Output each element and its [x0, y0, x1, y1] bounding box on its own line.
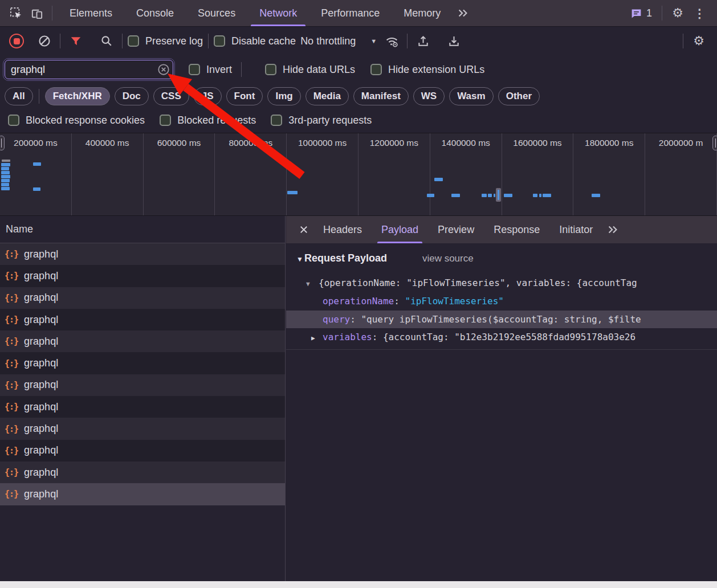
request-timing-bar	[494, 194, 495, 197]
json-braces-icon	[5, 489, 18, 499]
hide-data-urls-checkbox[interactable]	[265, 64, 276, 75]
payload-preview-line[interactable]: ▼{operationName: "ipFlowTimeseries", var…	[286, 274, 717, 292]
detail-tab[interactable]: Headers	[313, 216, 372, 243]
detail-tab[interactable]: Preview	[428, 216, 484, 243]
panel-tab[interactable]: Sources	[186, 0, 247, 26]
blocked-filter-checkbox[interactable]	[271, 115, 282, 126]
disable-cache-checkbox[interactable]	[214, 35, 225, 47]
request-row[interactable]: graphql	[0, 330, 285, 352]
timeline-right-handle[interactable]	[712, 136, 717, 150]
preserve-log-checkbox[interactable]	[128, 35, 139, 47]
timeline-tick-label: 800000 ms	[229, 138, 272, 148]
panel-tab[interactable]: Performance	[309, 0, 392, 26]
throttling-dropdown[interactable]: No throttling ▼	[296, 35, 381, 47]
network-settings-gear-icon[interactable]: ⚙	[689, 31, 709, 51]
chip-all[interactable]: All	[5, 87, 33, 105]
type-chip[interactable]: CSS	[153, 87, 189, 105]
request-row[interactable]: graphql	[0, 396, 285, 418]
export-har-icon[interactable]	[443, 31, 464, 51]
request-name: graphql	[24, 467, 58, 479]
divider	[407, 34, 408, 48]
request-payload-header: ▼ Request Payload view source	[286, 252, 717, 264]
request-row[interactable]: graphql	[0, 462, 285, 483]
payload-row[interactable]: ▶variables: {accountTag: "b12e3b2192ee55…	[286, 328, 717, 346]
request-timing-bar	[287, 191, 298, 194]
network-conditions-icon[interactable]	[381, 31, 402, 51]
clear-network-log-icon[interactable]	[34, 31, 55, 51]
type-chip[interactable]: Doc	[115, 87, 149, 105]
request-row[interactable]: graphql	[0, 483, 285, 505]
timeline-tick-label: 1400000 ms	[442, 138, 490, 148]
inspect-element-icon[interactable]	[6, 3, 26, 23]
panel-tab[interactable]: Network	[247, 0, 309, 26]
request-row[interactable]: graphql	[0, 287, 285, 309]
timeline-section: 2000000 m	[645, 133, 717, 215]
collapse-triangle-icon[interactable]: ▼	[296, 255, 303, 263]
panel-tab[interactable]: Elements	[58, 0, 124, 26]
issues-badge[interactable]: 1	[626, 7, 657, 19]
json-braces-icon	[5, 402, 18, 412]
settings-gear-icon[interactable]: ⚙	[667, 3, 688, 23]
filter-funnel-icon[interactable]	[66, 31, 86, 51]
invert-checkbox[interactable]	[189, 64, 200, 75]
panel-tab[interactable]: Console	[124, 0, 186, 26]
request-timing-bar	[427, 194, 434, 197]
detail-tab[interactable]: Response	[484, 216, 549, 243]
json-braces-icon	[5, 249, 18, 259]
network-overview-timeline[interactable]: 200000 ms400000 ms600000 ms800000 ms1000…	[0, 133, 717, 216]
clear-filter-icon[interactable]	[157, 63, 170, 76]
timeline-left-handle[interactable]	[0, 136, 5, 150]
request-timing-bar	[488, 194, 492, 197]
type-chip[interactable]: Wasm	[449, 87, 493, 105]
expand-triangle-icon[interactable]: ▶	[311, 329, 323, 346]
payload-key: query	[323, 314, 350, 325]
more-detail-tabs-chevron-icon[interactable]	[602, 219, 623, 240]
payload-value: "query ipFlowTimeseries($accountTag: str…	[361, 314, 641, 325]
more-options-icon[interactable]: ⋮	[688, 7, 711, 19]
name-column-header[interactable]: Name	[0, 216, 285, 243]
json-braces-icon	[5, 380, 18, 390]
request-row[interactable]: graphql	[0, 243, 285, 265]
timeline-tick-label: 1000000 ms	[298, 138, 347, 148]
blocked-filter-checkbox[interactable]	[8, 115, 19, 126]
divider	[662, 6, 662, 21]
request-row[interactable]: graphql	[0, 309, 285, 330]
detail-tab[interactable]: Payload	[372, 216, 428, 243]
record-network-log-icon[interactable]	[9, 34, 24, 48]
search-icon[interactable]	[96, 31, 117, 51]
json-braces-icon	[5, 467, 18, 477]
request-payload-title: Request Payload	[304, 252, 387, 264]
type-chip[interactable]: Other	[498, 87, 540, 105]
close-icon[interactable]	[294, 220, 313, 239]
filter-input[interactable]	[5, 60, 173, 79]
request-row[interactable]: graphql	[0, 352, 285, 374]
type-chip[interactable]: Fetch/XHR	[45, 87, 110, 105]
request-timing-bar	[592, 194, 600, 197]
view-source-link[interactable]: view source	[422, 253, 474, 264]
type-chip[interactable]: Manifest	[353, 87, 409, 105]
request-row[interactable]: graphql	[0, 440, 285, 462]
detail-tab[interactable]: Initiator	[549, 216, 602, 243]
panel-tab[interactable]: Memory	[392, 0, 453, 26]
type-chip[interactable]: WS	[413, 87, 445, 105]
request-row[interactable]: graphql	[0, 265, 285, 287]
hide-extension-urls-checkbox[interactable]	[370, 64, 382, 75]
type-chip[interactable]: Img	[267, 87, 300, 105]
blocked-filter-checkbox[interactable]	[160, 115, 171, 126]
hide-data-urls-label: Hide data URLs	[283, 64, 355, 76]
divider	[208, 34, 209, 48]
payload-row[interactable]: query: "query ipFlowTimeseries($accountT…	[286, 311, 717, 329]
type-chip[interactable]: Font	[226, 87, 263, 105]
request-row[interactable]: graphql	[0, 374, 285, 396]
payload-row[interactable]: operationName: "ipFlowTimeseries"	[286, 292, 717, 311]
payload-key: operationName	[323, 296, 394, 307]
device-toolbar-icon[interactable]	[26, 3, 47, 23]
expand-triangle-icon[interactable]: ▼	[306, 275, 319, 292]
request-name: graphql	[24, 423, 58, 435]
request-row[interactable]: graphql	[0, 418, 285, 439]
type-chip[interactable]: Media	[305, 87, 349, 105]
import-har-icon[interactable]	[413, 31, 433, 51]
payload-value: "b12e3b2192ee5588fdad995178a03e26	[454, 332, 635, 342]
more-tabs-chevron-icon[interactable]	[453, 3, 473, 23]
type-chip[interactable]: JS	[194, 87, 222, 105]
